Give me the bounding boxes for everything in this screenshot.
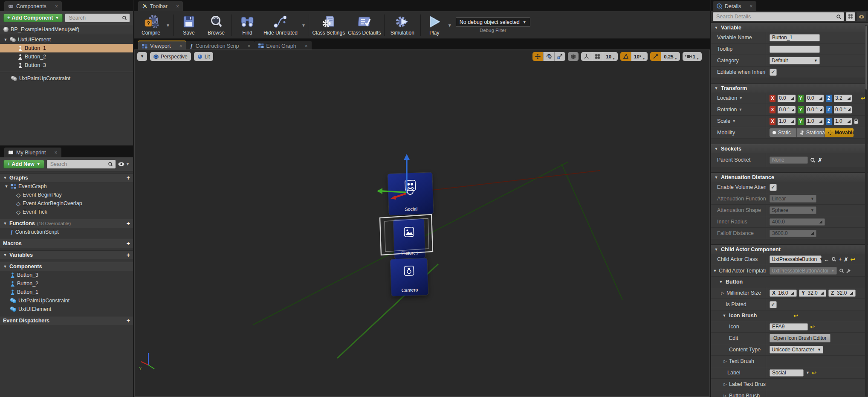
mb-component-row[interactable]: Button_2 — [0, 279, 133, 288]
mm-z-field[interactable]: Z 32.0 — [828, 290, 856, 297]
icon-brush-header[interactable]: ▼ Icon Brush ↩ — [711, 310, 868, 321]
expand-arrow-icon[interactable]: ▷ — [723, 359, 727, 363]
play-button[interactable]: Play — [422, 12, 446, 38]
constructionscript-row[interactable]: ƒ ConstructionScript — [0, 228, 133, 236]
attenuation-function-dropdown[interactable]: Linear ▼ — [770, 195, 816, 203]
expand-arrow-icon[interactable]: ▷ — [723, 382, 727, 386]
debug-object-dropdown[interactable]: No debug object selected ▼ — [456, 17, 530, 27]
collapse-arrow-icon[interactable]: ▼ — [4, 184, 9, 188]
mb-component-row[interactable]: UxtUIElement — [0, 305, 133, 313]
lock-icon[interactable] — [854, 119, 858, 124]
tab-components[interactable]: Components × — [4, 1, 62, 11]
chevron-down-icon[interactable]: ▼ — [806, 371, 810, 375]
reset-icon-icon[interactable]: ↩ — [810, 324, 815, 330]
label-input[interactable] — [770, 369, 804, 377]
rotation-y-field[interactable]: 0.0 ° — [806, 106, 824, 113]
drag-handle-icon[interactable] — [791, 119, 794, 123]
drag-handle-icon[interactable] — [791, 108, 794, 111]
eyedropper-icon[interactable] — [846, 268, 851, 273]
world-space-button[interactable] — [568, 52, 579, 61]
hide-unrelated-button[interactable]: Hide Unrelated — [261, 12, 300, 38]
is-plated-checkbox[interactable]: ✓ — [770, 301, 777, 308]
camera-speed-button[interactable]: 1 ▼ — [683, 52, 702, 61]
variables-header[interactable]: ▼ Variables + — [0, 250, 133, 259]
axes-snap-button[interactable] — [581, 52, 592, 61]
variable-name-input[interactable] — [770, 34, 820, 41]
property-matrix-button[interactable] — [846, 12, 855, 21]
content-type-dropdown[interactable]: Unicode Character ▼ — [770, 346, 823, 354]
compile-options-caret[interactable]: ▼ — [165, 12, 171, 38]
move-tool-button[interactable] — [532, 52, 544, 61]
tab-toolbar[interactable]: Toolbar × — [138, 1, 183, 11]
reset-class-icon[interactable]: ↩ — [851, 256, 855, 263]
lit-button[interactable]: Lit — [194, 52, 214, 61]
add-icon[interactable]: + — [839, 256, 842, 262]
perspective-button[interactable]: Perspective — [150, 52, 191, 61]
drag-handle-icon[interactable] — [819, 96, 822, 100]
attenuation-shape-dropdown[interactable]: Sphere ▼ — [770, 206, 816, 214]
components-search[interactable] — [65, 14, 130, 22]
hide-unrelated-caret[interactable]: ▼ — [300, 12, 307, 38]
add-dispatcher-icon[interactable]: + — [127, 317, 130, 324]
close-icon[interactable]: × — [55, 3, 58, 9]
chevron-down-icon[interactable]: ▼ — [739, 108, 743, 112]
viewport-canvas[interactable]: Social Pictures Camera — [134, 49, 710, 397]
details-search[interactable] — [713, 12, 844, 21]
rotation-z-field[interactable]: 0.0 ° — [834, 106, 852, 113]
graphs-header[interactable]: ▼ Graphs + — [0, 173, 133, 182]
collapse-arrow-icon[interactable]: ▼ — [3, 38, 8, 42]
scale-snap-value-button[interactable]: 0.25 ▼ — [661, 52, 680, 61]
mm-y-field[interactable]: Y 32.0 — [799, 290, 826, 297]
viewport-options-button[interactable]: ▼ — [137, 52, 147, 61]
components-section-header[interactable]: ▼ Components — [0, 262, 133, 271]
mobility-static-button[interactable]: Static — [770, 128, 797, 137]
tooltip-input[interactable] — [770, 46, 820, 53]
collapse-arrow-icon[interactable]: ▼ — [713, 269, 717, 273]
components-search-input[interactable] — [68, 14, 120, 21]
clear-socket-icon[interactable]: ✗ — [818, 157, 822, 163]
tree-item-uxtuielement[interactable]: ▼ UxtUIElement — [0, 35, 133, 44]
inner-radius-field[interactable]: 400.0 — [770, 218, 825, 226]
reset-label-icon[interactable]: ↩ — [812, 370, 816, 376]
close-icon[interactable]: × — [54, 150, 57, 156]
clear-icon[interactable]: ✗ — [844, 256, 848, 263]
child-actor-section-header[interactable]: ▼ Child Actor Component — [711, 244, 868, 254]
close-icon[interactable]: × — [749, 3, 752, 9]
button-subsection-header[interactable]: ▼ Button — [711, 277, 868, 287]
location-y-field[interactable]: 0.0 — [806, 95, 824, 102]
tab-my-blueprint[interactable]: My Blueprint × — [4, 148, 61, 157]
child-actor-class-dropdown[interactable]: UxtPressableButton ▼ — [770, 255, 822, 263]
sockets-section-header[interactable]: ▼ Sockets — [711, 144, 868, 153]
details-scrollbar[interactable] — [865, 25, 868, 397]
scale-z-field[interactable]: 1.0 — [834, 118, 852, 125]
search-icon[interactable] — [810, 157, 816, 163]
mobility-stationary-button[interactable]: Stationary — [797, 128, 825, 137]
save-button[interactable]: Save — [175, 12, 203, 38]
grid-snap-toggle[interactable] — [592, 52, 603, 61]
grid-snap-value-button[interactable]: 10 ▼ — [603, 52, 618, 61]
rotation-snap-toggle[interactable] — [620, 52, 631, 61]
macros-header[interactable]: Macros + — [0, 239, 133, 248]
event-tick-row[interactable]: ◇ Event Tick — [0, 208, 133, 216]
drag-handle-icon[interactable] — [847, 108, 851, 111]
my-blueprint-search[interactable] — [47, 160, 116, 168]
mb-component-row[interactable]: UxtPalmUpConstraint — [0, 296, 133, 305]
mm-x-field[interactable]: X 16.0 — [770, 290, 797, 297]
open-icon-brush-editor-button[interactable]: Open Icon Brush Editor — [770, 334, 830, 342]
details-search-input[interactable] — [715, 13, 834, 20]
icon-input[interactable] — [770, 323, 808, 330]
close-icon[interactable]: × — [179, 43, 182, 49]
play-options-caret[interactable]: ▼ — [446, 12, 453, 38]
drag-handle-icon[interactable] — [847, 119, 851, 123]
mb-component-row[interactable]: Button_1 — [0, 288, 133, 296]
class-defaults-button[interactable]: Class Defaults — [347, 12, 382, 38]
tree-item-button3[interactable]: Button_3 — [0, 61, 133, 70]
editable-checkbox[interactable]: ✓ — [770, 69, 777, 76]
expand-arrow-icon[interactable]: ▷ — [720, 291, 725, 295]
tab-details[interactable]: i Details × — [713, 1, 756, 11]
category-dropdown[interactable]: Default ▼ — [770, 57, 820, 64]
parent-socket-field[interactable]: None — [770, 156, 808, 164]
root-actor-row[interactable]: BP_ExampleHandMenu(self) — [0, 25, 133, 34]
close-icon[interactable]: × — [176, 3, 179, 9]
tree-item-button2[interactable]: Button_2 — [0, 52, 133, 61]
